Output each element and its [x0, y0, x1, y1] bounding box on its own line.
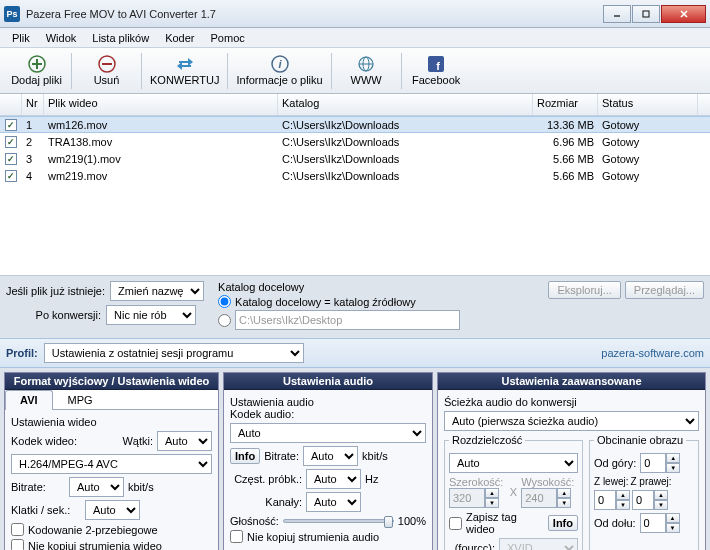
fps-label: Klatki / sek.:	[11, 504, 81, 516]
crop-left-field[interactable]	[594, 490, 616, 510]
threads-select[interactable]: Auto	[157, 431, 212, 451]
menu-lista[interactable]: Lista plików	[84, 30, 157, 46]
sample-select[interactable]: Auto	[306, 469, 361, 489]
row-checkbox[interactable]	[5, 136, 17, 148]
after-conv-select[interactable]: Nic nie rób	[106, 305, 196, 325]
height-field[interactable]	[521, 488, 557, 508]
facebook-button[interactable]: f Facebook	[404, 50, 469, 92]
menu-koder[interactable]: Koder	[157, 30, 202, 46]
if-exists-select[interactable]: Zmień nazwę	[110, 281, 204, 301]
col-header-file[interactable]: Plik wideo	[44, 94, 278, 115]
audio-nocopy-checkbox[interactable]	[230, 530, 243, 543]
outdir-title: Katalog docelowy	[218, 281, 534, 293]
maximize-button[interactable]	[632, 5, 660, 23]
file-info-button[interactable]: i Informacje o pliku	[230, 50, 328, 92]
audio-track-select[interactable]: Auto (pierwsza ścieżka audio)	[444, 411, 699, 431]
audio-track-label: Ścieżka audio do konwersji	[444, 396, 699, 408]
convert-icon	[176, 55, 194, 73]
advanced-panel: Ustawienia zaawansowane Ścieżka audio do…	[437, 372, 706, 550]
audio-bitrate-select[interactable]: Auto	[303, 446, 358, 466]
col-header-nr[interactable]: Nr	[22, 94, 44, 115]
audio-nocopy-label: Nie kopiuj strumienia audio	[247, 531, 379, 543]
profile-select[interactable]: Ustawienia z ostatniej sesji programu	[44, 343, 304, 363]
menu-plik[interactable]: Plik	[4, 30, 38, 46]
chevron-up-icon[interactable]: ▲	[485, 488, 499, 498]
outdir-path-field[interactable]	[235, 310, 460, 330]
video-settings-label: Ustawienia wideo	[11, 416, 212, 428]
outdir-custom-radio[interactable]	[218, 314, 231, 327]
facebook-icon: f	[427, 55, 445, 73]
remove-button[interactable]: Usuń	[74, 50, 139, 92]
video-panel: Format wyjściowy / Ustawienia wideo AVI …	[4, 372, 219, 550]
video-codec-select[interactable]: H.264/MPEG-4 AVC	[11, 454, 212, 474]
tab-mpg[interactable]: MPG	[53, 390, 108, 409]
cell-dir: C:\Users\Ikz\Downloads	[278, 118, 533, 132]
col-header-dir[interactable]: Katalog	[278, 94, 533, 115]
video-bitrate-select[interactable]: Auto	[69, 477, 124, 497]
resolution-select[interactable]: Auto	[449, 453, 578, 473]
crop-top-field[interactable]	[640, 453, 666, 473]
fps-select[interactable]: Auto	[85, 500, 140, 520]
info-label: Informacje o pliku	[236, 74, 322, 86]
crop-left-label: Z lewej:	[594, 476, 628, 487]
col-header-check[interactable]	[0, 94, 22, 115]
site-link[interactable]: pazera-software.com	[601, 347, 704, 359]
toolbar: Dodaj pliki Usuń KONWERTUJ i Informacje …	[0, 48, 710, 94]
explore-button[interactable]: Eksploruj...	[548, 281, 620, 299]
file-list: Nr Plik wideo Katalog Rozmiar Status 1wm…	[0, 94, 710, 276]
table-row[interactable]: 4wm219.movC:\Users\Ikz\Downloads5.66 MBG…	[0, 167, 710, 184]
channels-label: Kanały:	[230, 496, 302, 508]
cell-dir: C:\Users\Ikz\Downloads	[278, 152, 533, 166]
table-row[interactable]: 3wm219(1).movC:\Users\Ikz\Downloads5.66 …	[0, 150, 710, 167]
row-checkbox[interactable]	[5, 119, 17, 131]
plus-icon	[28, 55, 46, 73]
convert-label: KONWERTUJ	[150, 74, 219, 86]
col-header-status[interactable]: Status	[598, 94, 698, 115]
sample-label: Częst. próbk.:	[230, 473, 302, 485]
cell-status: Gotowy	[598, 135, 698, 149]
tab-avi[interactable]: AVI	[5, 390, 53, 410]
audio-codec-select[interactable]: Auto	[230, 423, 426, 443]
table-row[interactable]: 1wm126.movC:\Users\Ikz\Downloads13.36 MB…	[0, 116, 710, 133]
minimize-button[interactable]	[603, 5, 631, 23]
crop-bottom-field[interactable]	[640, 513, 666, 533]
convert-button[interactable]: KONWERTUJ	[144, 50, 225, 92]
video-bitrate-unit: kbit/s	[128, 481, 154, 493]
width-field[interactable]	[449, 488, 485, 508]
twopass-checkbox[interactable]	[11, 523, 24, 536]
chevron-down-icon[interactable]: ▼	[485, 498, 499, 508]
window-controls	[602, 5, 706, 23]
settings-panels: Format wyjściowy / Ustawienia wideo AVI …	[0, 368, 710, 550]
minus-icon	[98, 55, 116, 73]
audio-info-button[interactable]: Info	[230, 448, 260, 464]
fourcc-select[interactable]: XVID	[499, 538, 578, 550]
video-nocopy-label: Nie kopiuj strumienia wideo	[28, 540, 162, 551]
format-tabs: AVI MPG	[5, 390, 218, 410]
channels-select[interactable]: Auto	[306, 492, 361, 512]
audio-panel-title: Ustawienia audio	[224, 373, 432, 390]
menu-pomoc[interactable]: Pomoc	[203, 30, 253, 46]
tag-info-button[interactable]: Info	[548, 515, 578, 531]
table-row[interactable]: 2TRA138.movC:\Users\Ikz\Downloads6.96 MB…	[0, 133, 710, 150]
chevron-up-icon[interactable]: ▲	[557, 488, 571, 498]
chevron-down-icon[interactable]: ▼	[557, 498, 571, 508]
add-files-button[interactable]: Dodaj pliki	[4, 50, 69, 92]
crop-top-label: Od góry:	[594, 457, 636, 469]
menubar: Plik Widok Lista plików Koder Pomoc	[0, 28, 710, 48]
write-tag-checkbox[interactable]	[449, 517, 462, 530]
cell-nr: 1	[22, 118, 44, 132]
row-checkbox[interactable]	[5, 153, 17, 165]
col-header-size[interactable]: Rozmiar	[533, 94, 598, 115]
close-button[interactable]	[661, 5, 706, 23]
volume-slider[interactable]	[283, 519, 394, 523]
browse-button[interactable]: Przeglądaj...	[625, 281, 704, 299]
width-label: Szerokość:	[449, 476, 506, 488]
video-nocopy-checkbox[interactable]	[11, 539, 24, 550]
crop-right-field[interactable]	[632, 490, 654, 510]
menu-widok[interactable]: Widok	[38, 30, 85, 46]
www-button[interactable]: WWW	[334, 50, 399, 92]
row-checkbox[interactable]	[5, 170, 17, 182]
outdir-same-radio[interactable]	[218, 295, 231, 308]
video-panel-title: Format wyjściowy / Ustawienia wideo	[5, 373, 218, 390]
twopass-label: Kodowanie 2-przebiegowe	[28, 524, 158, 536]
